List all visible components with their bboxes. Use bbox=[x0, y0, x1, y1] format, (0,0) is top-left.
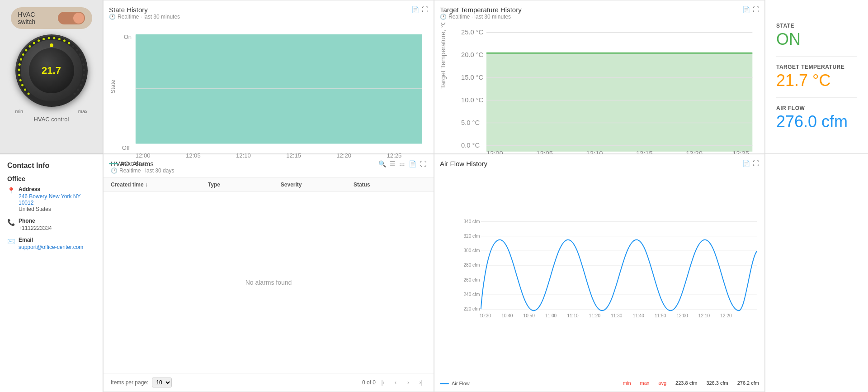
svg-point-21 bbox=[75, 49, 78, 51]
hvac-control-label: HVAC control bbox=[34, 116, 69, 123]
last-page-btn[interactable]: ›| bbox=[415, 377, 426, 388]
svg-text:12:10: 12:10 bbox=[236, 152, 251, 159]
svg-point-30 bbox=[73, 92, 75, 95]
email-link[interactable]: support@office-center.com bbox=[19, 244, 83, 250]
svg-text:12:20: 12:20 bbox=[336, 152, 351, 159]
target-temp-actions: 📄 ⛶ bbox=[742, 6, 759, 13]
svg-text:25.0 °C: 25.0 °C bbox=[461, 29, 484, 36]
svg-text:15.0 °C: 15.0 °C bbox=[461, 74, 484, 81]
alarms-panel: HVAC: Alarms 🔍 ☰ ⚏ 📄 ⛶ 🕐 Realtime · last… bbox=[103, 154, 434, 392]
svg-point-6 bbox=[18, 69, 20, 71]
air-flow-header: Air Flow History 📄 ⛶ bbox=[440, 160, 759, 167]
divider-2 bbox=[776, 97, 857, 98]
svg-text:Target Temperature, °C: Target Temperature, °C bbox=[440, 22, 447, 89]
svg-text:240 cfm: 240 cfm bbox=[463, 292, 480, 297]
target-temp-svg: 25.0 °C 20.0 °C 15.0 °C 10.0 °C 5.0 °C 0… bbox=[440, 22, 759, 163]
svg-point-14 bbox=[42, 38, 45, 40]
svg-text:On: On bbox=[124, 33, 132, 40]
air-flow-chart: 340 cfm 320 cfm 300 cfm 280 cfm 260 cfm … bbox=[440, 169, 759, 379]
svg-point-1 bbox=[27, 92, 29, 95]
email-label: Email bbox=[19, 237, 83, 243]
svg-text:12:00: 12:00 bbox=[676, 313, 688, 318]
svg-text:Off: Off bbox=[122, 144, 130, 151]
svg-text:0.0 °C: 0.0 °C bbox=[461, 142, 480, 149]
air-flow-actions: 📄 ⛶ bbox=[742, 160, 759, 167]
hvac-switch-container: HVAC switch bbox=[11, 7, 92, 29]
svg-point-13 bbox=[38, 39, 40, 42]
alarms-footer: Items per page: 10 25 50 0 of 0 |‹ ‹ › ›… bbox=[104, 373, 434, 392]
hvac-switch[interactable] bbox=[58, 12, 85, 24]
air-flow-title: Air Flow History bbox=[440, 160, 487, 167]
next-page-btn[interactable]: › bbox=[403, 377, 414, 388]
items-per-page-label: Items per page: bbox=[111, 379, 148, 386]
svg-point-25 bbox=[83, 69, 85, 71]
air-flow-legend: Air Flow bbox=[440, 381, 470, 386]
items-per-page-select[interactable]: 10 25 50 bbox=[152, 378, 172, 387]
sort-icon[interactable]: ↓ bbox=[145, 182, 148, 188]
contact-section-office: Office bbox=[7, 175, 95, 182]
airflow-avg-label: avg bbox=[658, 380, 666, 386]
knob-max-label: max bbox=[78, 109, 88, 114]
first-page-btn[interactable]: |‹ bbox=[377, 377, 388, 388]
address-link[interactable]: 246 Bowery New York NY 10012 bbox=[19, 193, 80, 206]
pagination-controls: 0 of 0 |‹ ‹ › ›| bbox=[362, 377, 426, 388]
col-type: Type bbox=[208, 182, 281, 188]
svg-point-4 bbox=[19, 79, 21, 81]
target-temp-title-area: Target Temperature History 🕐 Realtime · … bbox=[440, 6, 522, 20]
state-stat: STATE ON bbox=[776, 23, 857, 49]
air-flow-legend-label: Air Flow bbox=[452, 381, 470, 386]
download-icon-2[interactable]: 📄 bbox=[742, 6, 750, 13]
airflow-stat-label: AIR FLOW bbox=[776, 105, 857, 111]
state-history-legend-label: HVAC State bbox=[121, 161, 147, 167]
state-history-title-area: State History 🕐 Realtime · last 30 minut… bbox=[109, 6, 180, 20]
target-temp-chart: 25.0 °C 20.0 °C 15.0 °C 10.0 °C 5.0 °C 0… bbox=[440, 22, 759, 163]
state-history-legend: HVAC State bbox=[109, 161, 428, 167]
download-icon[interactable]: 📄 bbox=[411, 6, 419, 13]
airflow-min-label: min bbox=[623, 380, 631, 386]
contact-info-title: Contact Info bbox=[7, 162, 95, 170]
temp-stat: TARGET TEMPERATURE 21.7 °C bbox=[776, 64, 857, 90]
air-flow-footer: Air Flow min max avg 223.8 cfm 326.3 cfm… bbox=[440, 379, 759, 386]
state-history-svg: On Off 12:00 12:05 12:10 12:15 12:20 12:… bbox=[109, 22, 428, 159]
target-temp-title: Target Temperature History bbox=[440, 6, 522, 14]
download-icon-3[interactable]: 📄 bbox=[742, 160, 750, 167]
airflow-stat-value: 276.0 cfm bbox=[776, 112, 857, 131]
air-flow-minmax: min max avg 223.8 cfm 326.3 cfm 276.2 cf… bbox=[623, 380, 759, 386]
knob-inner: 21.7 bbox=[29, 48, 74, 93]
hvac-knob[interactable]: // We'll use inline SVG elements for the… bbox=[15, 34, 88, 107]
svg-point-28 bbox=[80, 84, 82, 86]
bottom-right-panel bbox=[765, 154, 868, 392]
state-history-actions: 📄 ⛶ bbox=[411, 6, 428, 13]
prev-page-btn[interactable]: ‹ bbox=[390, 377, 401, 388]
state-history-header: State History 🕐 Realtime · last 30 minut… bbox=[109, 6, 428, 20]
state-history-subtitle: 🕐 Realtime · last 30 minutes bbox=[109, 14, 180, 20]
airflow-max-val: 326.3 cfm bbox=[706, 380, 728, 386]
fullscreen-icon-3[interactable]: ⛶ bbox=[753, 160, 759, 167]
state-history-panel: State History 🕐 Realtime · last 30 minut… bbox=[103, 0, 434, 154]
svg-text:11:50: 11:50 bbox=[655, 313, 666, 318]
target-temp-panel: Target Temperature History 🕐 Realtime · … bbox=[434, 0, 765, 154]
fullscreen-icon[interactable]: ⛶ bbox=[422, 6, 428, 13]
contact-email-content: Email support@office-center.com bbox=[19, 237, 83, 250]
svg-text:12:15: 12:15 bbox=[286, 152, 301, 159]
svg-point-5 bbox=[18, 74, 20, 76]
svg-text:11:10: 11:10 bbox=[567, 313, 579, 318]
fullscreen-icon-2[interactable]: ⛶ bbox=[753, 6, 759, 13]
alarms-table-header: Created time ↓ Type Severity Status bbox=[104, 178, 434, 192]
phone-icon: 📞 bbox=[7, 219, 15, 231]
state-history-chart: On Off 12:00 12:05 12:10 12:15 12:20 12:… bbox=[109, 22, 428, 159]
knob-indicator bbox=[50, 43, 53, 47]
svg-point-18 bbox=[63, 39, 65, 42]
contact-phone-content: Phone +1112223334 bbox=[19, 218, 52, 231]
svg-point-8 bbox=[19, 58, 22, 61]
divider-1 bbox=[776, 56, 857, 57]
knob-value: 21.7 bbox=[42, 65, 61, 76]
svg-point-7 bbox=[18, 63, 20, 66]
air-flow-title-area: Air Flow History bbox=[440, 160, 487, 167]
hvac-control-panel: HVAC switch // We'll use inline SVG elem… bbox=[0, 0, 103, 154]
svg-point-3 bbox=[21, 84, 23, 86]
svg-point-19 bbox=[68, 42, 70, 44]
svg-text:11:00: 11:00 bbox=[545, 313, 557, 318]
svg-text:320 cfm: 320 cfm bbox=[463, 234, 480, 239]
page-count: 0 of 0 bbox=[362, 379, 376, 386]
